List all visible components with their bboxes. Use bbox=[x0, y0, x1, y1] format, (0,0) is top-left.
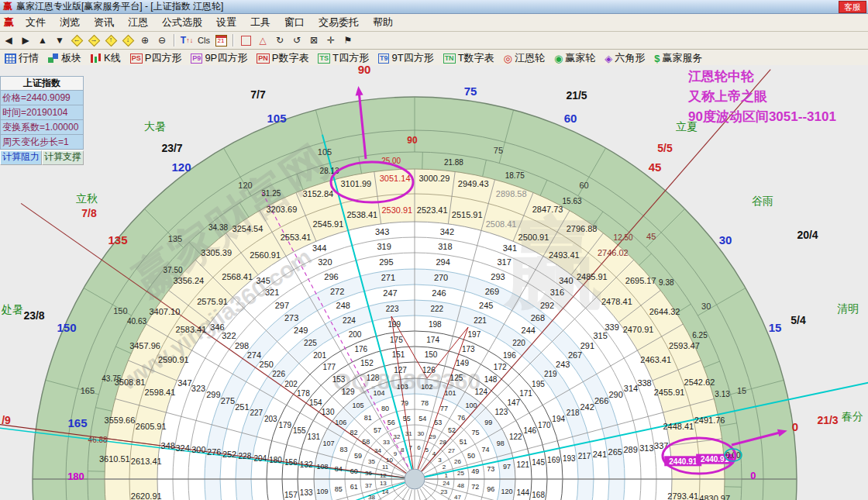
svg-text:81: 81 bbox=[364, 414, 372, 422]
view-button-9P四方形[interactable]: P99P四方形 bbox=[186, 51, 252, 65]
menu-item-9[interactable]: 交易委托 bbox=[312, 14, 366, 31]
view-button-label: K线 bbox=[104, 51, 121, 65]
diamond-up-icon[interactable] bbox=[103, 33, 119, 48]
svg-text:270: 270 bbox=[434, 273, 448, 282]
svg-text:340: 340 bbox=[559, 276, 573, 285]
svg-text:146: 146 bbox=[523, 426, 536, 435]
calc-resistance-button[interactable]: 计算阻力 bbox=[0, 150, 42, 165]
zoom-in-icon[interactable]: ⊕ bbox=[137, 33, 153, 48]
svg-text:228: 228 bbox=[239, 452, 252, 460]
svg-text:85: 85 bbox=[335, 485, 343, 493]
svg-text:35: 35 bbox=[368, 458, 375, 465]
menu-item-8[interactable]: 窗口 bbox=[277, 14, 312, 31]
svg-text:343: 343 bbox=[375, 227, 389, 236]
view-button-label: 六角形 bbox=[615, 51, 645, 65]
svg-text:133: 133 bbox=[300, 488, 313, 497]
support-button[interactable]: 客服 bbox=[839, 1, 866, 13]
svg-text:252: 252 bbox=[222, 450, 236, 459]
menu-item-6[interactable]: 设置 bbox=[209, 14, 243, 31]
svg-text:217: 217 bbox=[578, 452, 591, 460]
rotate-ccw-icon[interactable]: ↺ bbox=[289, 33, 305, 48]
svg-text:153: 153 bbox=[332, 375, 346, 384]
svg-text:218: 218 bbox=[567, 409, 580, 417]
svg-text:3203.69: 3203.69 bbox=[267, 205, 298, 214]
svg-text:179: 179 bbox=[278, 421, 291, 429]
svg-text:72: 72 bbox=[471, 483, 479, 491]
svg-text:319: 319 bbox=[377, 242, 391, 251]
down-icon[interactable]: ▼ bbox=[52, 33, 67, 48]
view-button-T四方形[interactable]: TST四方形 bbox=[313, 51, 373, 65]
triangle-tool-icon[interactable]: △ bbox=[255, 33, 270, 48]
view-button-行情[interactable]: 行情 bbox=[0, 51, 43, 65]
diamond-right-icon[interactable] bbox=[86, 33, 102, 48]
svg-text:2448.41: 2448.41 bbox=[663, 422, 694, 431]
menu-item-5[interactable]: 公式选股 bbox=[155, 14, 209, 31]
svg-text:289: 289 bbox=[623, 445, 637, 454]
svg-text:0: 0 bbox=[792, 420, 798, 433]
menu-item-2[interactable]: 浏览 bbox=[53, 14, 87, 31]
svg-text:171: 171 bbox=[519, 389, 532, 398]
menu-item-3[interactable]: 资讯 bbox=[87, 14, 121, 31]
svg-text:2491.76: 2491.76 bbox=[694, 416, 725, 425]
calendar-icon[interactable]: 21 bbox=[213, 33, 229, 48]
view-button-六角形[interactable]: ◈六角形 bbox=[600, 51, 649, 65]
calc-support-button[interactable]: 计算支撑 bbox=[42, 150, 84, 165]
svg-text:3610.51: 3610.51 bbox=[99, 454, 130, 464]
svg-text:2463.41: 2463.41 bbox=[640, 355, 671, 364]
view-button-赢家服务[interactable]: $赢家服务 bbox=[649, 51, 707, 65]
svg-text:342: 342 bbox=[440, 227, 454, 236]
crosshair-icon[interactable]: ✛ bbox=[323, 33, 339, 48]
back-icon[interactable]: ◀ bbox=[1, 33, 16, 48]
menu-item-10[interactable]: 帮助 bbox=[366, 14, 400, 31]
select-box-icon[interactable]: ⊠ bbox=[306, 33, 322, 48]
svg-text:36: 36 bbox=[365, 470, 372, 477]
svg-text:31: 31 bbox=[405, 430, 412, 437]
svg-text:291: 291 bbox=[580, 341, 594, 350]
view-button-P数字表[interactable]: PNP数字表 bbox=[252, 51, 313, 65]
svg-text:3305.39: 3305.39 bbox=[201, 248, 232, 257]
flag-icon[interactable]: ⚑ bbox=[340, 33, 356, 48]
view-button-K线[interactable]: K线 bbox=[86, 51, 126, 65]
blocks-icon bbox=[48, 53, 59, 64]
menu-item-1[interactable]: 文件 bbox=[19, 14, 53, 31]
svg-text:268: 268 bbox=[531, 313, 545, 322]
gann-wheel[interactable]: 赢家财富网www.yingjia360.comQQ:80803360赢23241… bbox=[0, 65, 868, 500]
svg-text:318: 318 bbox=[438, 242, 452, 251]
square-tool-icon[interactable] bbox=[238, 33, 253, 48]
svg-text:346: 346 bbox=[210, 322, 224, 332]
view-button-9T四方形[interactable]: T99T四方形 bbox=[374, 51, 439, 65]
svg-text:/9: /9 bbox=[2, 414, 11, 426]
svg-text:2553.41: 2553.41 bbox=[281, 233, 312, 242]
svg-text:269: 269 bbox=[485, 287, 499, 296]
svg-text:152: 152 bbox=[360, 359, 374, 367]
up-icon[interactable]: ▲ bbox=[35, 33, 50, 48]
svg-text:处暑: 处暑 bbox=[1, 303, 23, 316]
view-button-T数字表[interactable]: TNT数字表 bbox=[439, 51, 499, 65]
svg-text:271: 271 bbox=[381, 273, 395, 282]
menu-item-4[interactable]: 江恩 bbox=[121, 14, 155, 31]
view-button-P四方形[interactable]: PSP四方形 bbox=[126, 51, 187, 65]
annotation-line-2: 又称上帝之眼 bbox=[688, 87, 836, 107]
zoom-out-icon[interactable]: ⊖ bbox=[154, 33, 170, 48]
menu-logo-icon: 赢 bbox=[4, 16, 14, 29]
view-button-板块[interactable]: 板块 bbox=[43, 51, 86, 65]
t-updown-icon[interactable]: T↑↓ bbox=[179, 33, 195, 48]
view-button-江恩轮[interactable]: ◎江恩轮 bbox=[499, 51, 549, 65]
cls-button[interactable]: Cls bbox=[196, 33, 212, 48]
rotate-cw-icon[interactable]: ↻ bbox=[272, 33, 288, 48]
svg-text:10: 10 bbox=[386, 457, 393, 464]
svg-text:198: 198 bbox=[429, 320, 442, 329]
svg-text:2575.91: 2575.91 bbox=[197, 297, 228, 306]
forward-icon[interactable]: ▶ bbox=[18, 33, 33, 48]
diamond-down-icon[interactable] bbox=[120, 33, 136, 48]
svg-text:298: 298 bbox=[235, 341, 249, 350]
svg-text:154: 154 bbox=[309, 398, 322, 407]
svg-text:2746.02: 2746.02 bbox=[598, 248, 629, 257]
diamond-left-icon[interactable] bbox=[69, 33, 84, 48]
menu-item-7[interactable]: 工具 bbox=[243, 14, 277, 31]
svg-text:73: 73 bbox=[487, 465, 494, 473]
svg-text:50: 50 bbox=[467, 452, 475, 460]
view-button-赢家轮[interactable]: ◉赢家轮 bbox=[549, 51, 600, 65]
svg-text:150: 150 bbox=[57, 321, 76, 334]
svg-text:145: 145 bbox=[532, 458, 545, 467]
